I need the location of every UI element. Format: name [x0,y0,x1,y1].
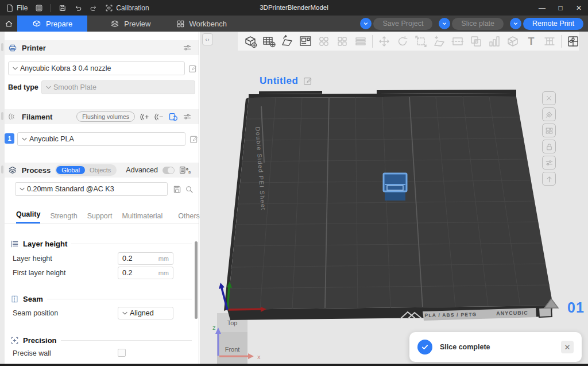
chevron-down-icon [442,21,447,26]
plate-number: 01 [567,299,585,316]
gizmo-front-face[interactable]: Front [217,332,247,364]
add-filament-icon[interactable] [140,112,149,122]
add-model-icon[interactable] [243,34,257,48]
plate-settings-icon[interactable] [299,34,312,48]
home-button[interactable] [0,16,17,32]
support-painting-icon[interactable] [543,34,556,48]
save-project-button[interactable]: Save Project [373,18,432,30]
calibration-label: Calibration [116,4,149,12]
printer-settings-icon[interactable] [183,43,192,52]
advanced-toggle[interactable] [163,167,175,174]
prepare-box-icon [32,19,41,28]
delete-plate-button[interactable] [542,91,556,105]
tab-support[interactable]: Support [87,212,113,224]
arrange-grid-icon[interactable] [335,34,349,48]
text-tool-icon[interactable]: T [524,34,538,48]
filament-preset-select[interactable]: Anycubic PLA [17,132,185,146]
lock-plate-button[interactable] [542,140,556,153]
scope-objects[interactable]: Objects [85,166,115,174]
rotate-icon[interactable] [396,34,409,48]
file-menu[interactable]: File [6,4,28,12]
scope-global[interactable]: Global [56,166,85,174]
filament-slot-badge[interactable]: 1 [5,133,14,144]
model-object[interactable] [384,174,407,201]
auto-orient-icon[interactable] [280,34,294,48]
redo-button[interactable] [90,4,98,12]
tab-workbench[interactable]: Workbench [164,16,240,32]
first-layer-height-input[interactable] [122,269,151,277]
tab-preview[interactable]: Preview [98,16,163,32]
first-layer-height-field[interactable]: mm [118,267,173,279]
plate-name-edit-icon[interactable] [303,76,313,86]
close-button[interactable]: ✕ [570,0,588,16]
tab-strength[interactable]: Strength [50,212,77,224]
filament-preset-value: Anycubic PLA [29,135,74,143]
sync-filament-icon[interactable] [168,112,178,122]
plate-settings-button[interactable] [542,156,556,169]
process-scope-toggle[interactable]: Global Objects [55,164,117,176]
save-button[interactable] [59,4,67,12]
title-bar: File Calibration 3DPrinterBlenderModel — [0,0,588,16]
tab-quality[interactable]: Quality [16,210,40,224]
viewport-3d[interactable]: ‹› T Untitled [200,32,588,364]
seam-position-select[interactable]: Aligned [118,307,173,319]
process-preset-value: 0.20mm Standard @AC K3 [27,185,114,193]
assembly-icon[interactable] [566,34,580,48]
search-preset-icon[interactable] [184,184,194,194]
calibration-menu[interactable]: Calibration [105,4,149,12]
tab-prepare[interactable]: Prepare [17,16,87,32]
layer-height-field[interactable]: mm [118,252,173,265]
layer-height-input[interactable] [122,255,151,263]
process-preset-select[interactable]: 0.20mm Standard @AC K3 [15,182,168,196]
toast-close-button[interactable]: ✕ [561,341,574,353]
chevron-down-icon [363,21,369,26]
sidebar-scrollbar[interactable] [195,241,198,319]
gizmo-top-face[interactable]: Top [217,313,247,332]
undo-button[interactable] [74,4,82,12]
nav-bar: Prepare Preview Workbench Save Project S… [0,16,588,32]
variable-layer-height-icon[interactable] [488,34,501,48]
strip-mark [1,165,3,174]
svg-text:T: T [528,36,535,47]
menu-list-button[interactable] [35,4,43,12]
place-on-face-icon[interactable] [432,34,446,48]
cut-icon[interactable] [451,34,465,48]
move-icon[interactable] [377,34,391,48]
filament-settings-icon[interactable] [183,112,192,121]
remove-filament-icon[interactable] [154,112,164,122]
orient-plate-button[interactable] [542,107,556,121]
first-layer-height-label: First layer height [13,269,65,277]
slice-plate-dropdown[interactable] [439,18,450,29]
arrange-all-icon[interactable] [317,34,331,48]
printer-preset-select[interactable]: Anycubic Kobra 3 0.4 nozzle [8,61,185,75]
layers-stack-icon[interactable] [354,34,368,48]
tab-multimaterial[interactable]: Multimaterial [122,212,163,224]
save-preset-icon[interactable] [172,184,182,194]
printer-edit-icon[interactable] [188,64,198,74]
flushing-volumes-button[interactable]: Flushing volumes [76,111,135,122]
orientation-cube[interactable]: Top Front [217,313,247,364]
minimize-button[interactable]: — [533,0,551,16]
bed-type-select[interactable]: Smooth Plate [41,80,195,94]
boolean-icon[interactable] [469,34,483,48]
sidebar-collapse-button[interactable]: ‹› [202,33,213,45]
compare-presets-icon[interactable]: AB [179,165,192,175]
materials-label: PLA / ABS / PETG [424,311,477,318]
arrange-plate-button[interactable] [542,124,556,137]
mesh-edit-icon[interactable] [506,34,520,48]
scale-icon[interactable] [414,34,428,48]
tab-others[interactable]: Others [178,212,200,224]
chevron-down-icon [46,86,51,90]
layer-height-icon [10,240,19,248]
maximize-button[interactable]: □ [551,0,570,16]
remote-print-button[interactable]: Remote Print [523,18,583,30]
remote-print-dropdown[interactable] [510,18,521,29]
filament-edit-icon[interactable] [189,134,199,144]
chevron-down-icon [513,21,519,26]
process-icon [8,165,17,175]
extend-plate-button[interactable] [542,172,556,186]
slice-plate-button[interactable]: Slice plate [452,18,504,30]
save-project-dropdown[interactable] [360,18,372,29]
precise-wall-checkbox[interactable] [118,349,126,357]
add-plate-icon[interactable] [262,34,276,48]
